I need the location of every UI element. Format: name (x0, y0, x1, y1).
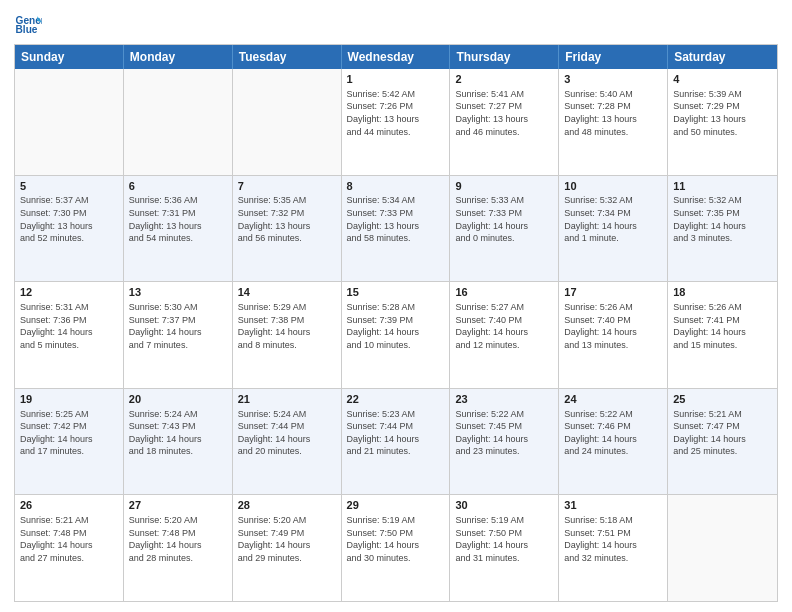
cell-info: Sunrise: 5:29 AM Sunset: 7:38 PM Dayligh… (238, 301, 336, 351)
cal-cell-18: 18Sunrise: 5:26 AM Sunset: 7:41 PM Dayli… (668, 282, 777, 388)
cal-cell-30: 30Sunrise: 5:19 AM Sunset: 7:50 PM Dayli… (450, 495, 559, 601)
calendar-row-0: 1Sunrise: 5:42 AM Sunset: 7:26 PM Daylig… (15, 69, 777, 176)
cell-info: Sunrise: 5:26 AM Sunset: 7:41 PM Dayligh… (673, 301, 772, 351)
cell-info: Sunrise: 5:19 AM Sunset: 7:50 PM Dayligh… (455, 514, 553, 564)
cell-info: Sunrise: 5:20 AM Sunset: 7:49 PM Dayligh… (238, 514, 336, 564)
cal-cell-17: 17Sunrise: 5:26 AM Sunset: 7:40 PM Dayli… (559, 282, 668, 388)
calendar-row-1: 5Sunrise: 5:37 AM Sunset: 7:30 PM Daylig… (15, 176, 777, 283)
cal-cell-3: 3Sunrise: 5:40 AM Sunset: 7:28 PM Daylig… (559, 69, 668, 175)
calendar: SundayMondayTuesdayWednesdayThursdayFrid… (14, 44, 778, 602)
cell-info: Sunrise: 5:25 AM Sunset: 7:42 PM Dayligh… (20, 408, 118, 458)
cal-cell-27: 27Sunrise: 5:20 AM Sunset: 7:48 PM Dayli… (124, 495, 233, 601)
cal-cell-28: 28Sunrise: 5:20 AM Sunset: 7:49 PM Dayli… (233, 495, 342, 601)
cell-info: Sunrise: 5:24 AM Sunset: 7:43 PM Dayligh… (129, 408, 227, 458)
cal-cell-12: 12Sunrise: 5:31 AM Sunset: 7:36 PM Dayli… (15, 282, 124, 388)
cal-cell-29: 29Sunrise: 5:19 AM Sunset: 7:50 PM Dayli… (342, 495, 451, 601)
cal-cell-10: 10Sunrise: 5:32 AM Sunset: 7:34 PM Dayli… (559, 176, 668, 282)
cell-info: Sunrise: 5:32 AM Sunset: 7:34 PM Dayligh… (564, 194, 662, 244)
header-day-sunday: Sunday (15, 45, 124, 69)
cal-cell-empty-0-0 (15, 69, 124, 175)
day-number: 31 (564, 498, 662, 513)
cal-cell-empty-0-1 (124, 69, 233, 175)
cal-cell-24: 24Sunrise: 5:22 AM Sunset: 7:46 PM Dayli… (559, 389, 668, 495)
day-number: 7 (238, 179, 336, 194)
cell-info: Sunrise: 5:19 AM Sunset: 7:50 PM Dayligh… (347, 514, 445, 564)
day-number: 12 (20, 285, 118, 300)
cal-cell-16: 16Sunrise: 5:27 AM Sunset: 7:40 PM Dayli… (450, 282, 559, 388)
cell-info: Sunrise: 5:24 AM Sunset: 7:44 PM Dayligh… (238, 408, 336, 458)
calendar-body: 1Sunrise: 5:42 AM Sunset: 7:26 PM Daylig… (15, 69, 777, 601)
cell-info: Sunrise: 5:23 AM Sunset: 7:44 PM Dayligh… (347, 408, 445, 458)
header: General Blue (14, 10, 778, 38)
cal-cell-4: 4Sunrise: 5:39 AM Sunset: 7:29 PM Daylig… (668, 69, 777, 175)
header-day-wednesday: Wednesday (342, 45, 451, 69)
day-number: 23 (455, 392, 553, 407)
cell-info: Sunrise: 5:37 AM Sunset: 7:30 PM Dayligh… (20, 194, 118, 244)
header-day-monday: Monday (124, 45, 233, 69)
cell-info: Sunrise: 5:36 AM Sunset: 7:31 PM Dayligh… (129, 194, 227, 244)
day-number: 22 (347, 392, 445, 407)
day-number: 4 (673, 72, 772, 87)
cal-cell-2: 2Sunrise: 5:41 AM Sunset: 7:27 PM Daylig… (450, 69, 559, 175)
cell-info: Sunrise: 5:27 AM Sunset: 7:40 PM Dayligh… (455, 301, 553, 351)
cal-cell-26: 26Sunrise: 5:21 AM Sunset: 7:48 PM Dayli… (15, 495, 124, 601)
cal-cell-6: 6Sunrise: 5:36 AM Sunset: 7:31 PM Daylig… (124, 176, 233, 282)
cell-info: Sunrise: 5:32 AM Sunset: 7:35 PM Dayligh… (673, 194, 772, 244)
cell-info: Sunrise: 5:41 AM Sunset: 7:27 PM Dayligh… (455, 88, 553, 138)
day-number: 3 (564, 72, 662, 87)
cal-cell-23: 23Sunrise: 5:22 AM Sunset: 7:45 PM Dayli… (450, 389, 559, 495)
cell-info: Sunrise: 5:33 AM Sunset: 7:33 PM Dayligh… (455, 194, 553, 244)
day-number: 1 (347, 72, 445, 87)
cal-cell-13: 13Sunrise: 5:30 AM Sunset: 7:37 PM Dayli… (124, 282, 233, 388)
day-number: 30 (455, 498, 553, 513)
day-number: 25 (673, 392, 772, 407)
day-number: 16 (455, 285, 553, 300)
cell-info: Sunrise: 5:39 AM Sunset: 7:29 PM Dayligh… (673, 88, 772, 138)
day-number: 6 (129, 179, 227, 194)
cal-cell-5: 5Sunrise: 5:37 AM Sunset: 7:30 PM Daylig… (15, 176, 124, 282)
page: General Blue SundayMondayTuesdayWednesda… (0, 0, 792, 612)
day-number: 5 (20, 179, 118, 194)
cal-cell-19: 19Sunrise: 5:25 AM Sunset: 7:42 PM Dayli… (15, 389, 124, 495)
day-number: 20 (129, 392, 227, 407)
calendar-header: SundayMondayTuesdayWednesdayThursdayFrid… (15, 45, 777, 69)
cell-info: Sunrise: 5:42 AM Sunset: 7:26 PM Dayligh… (347, 88, 445, 138)
logo-icon: General Blue (14, 10, 42, 38)
day-number: 26 (20, 498, 118, 513)
header-day-tuesday: Tuesday (233, 45, 342, 69)
cell-info: Sunrise: 5:40 AM Sunset: 7:28 PM Dayligh… (564, 88, 662, 138)
calendar-row-2: 12Sunrise: 5:31 AM Sunset: 7:36 PM Dayli… (15, 282, 777, 389)
svg-text:Blue: Blue (16, 24, 38, 35)
cal-cell-22: 22Sunrise: 5:23 AM Sunset: 7:44 PM Dayli… (342, 389, 451, 495)
cal-cell-20: 20Sunrise: 5:24 AM Sunset: 7:43 PM Dayli… (124, 389, 233, 495)
cell-info: Sunrise: 5:35 AM Sunset: 7:32 PM Dayligh… (238, 194, 336, 244)
header-day-saturday: Saturday (668, 45, 777, 69)
day-number: 15 (347, 285, 445, 300)
cal-cell-7: 7Sunrise: 5:35 AM Sunset: 7:32 PM Daylig… (233, 176, 342, 282)
day-number: 29 (347, 498, 445, 513)
cal-cell-31: 31Sunrise: 5:18 AM Sunset: 7:51 PM Dayli… (559, 495, 668, 601)
cell-info: Sunrise: 5:22 AM Sunset: 7:45 PM Dayligh… (455, 408, 553, 458)
cell-info: Sunrise: 5:18 AM Sunset: 7:51 PM Dayligh… (564, 514, 662, 564)
calendar-row-3: 19Sunrise: 5:25 AM Sunset: 7:42 PM Dayli… (15, 389, 777, 496)
cal-cell-11: 11Sunrise: 5:32 AM Sunset: 7:35 PM Dayli… (668, 176, 777, 282)
day-number: 19 (20, 392, 118, 407)
cal-cell-25: 25Sunrise: 5:21 AM Sunset: 7:47 PM Dayli… (668, 389, 777, 495)
cal-cell-15: 15Sunrise: 5:28 AM Sunset: 7:39 PM Dayli… (342, 282, 451, 388)
cal-cell-empty-0-2 (233, 69, 342, 175)
cell-info: Sunrise: 5:22 AM Sunset: 7:46 PM Dayligh… (564, 408, 662, 458)
cal-cell-8: 8Sunrise: 5:34 AM Sunset: 7:33 PM Daylig… (342, 176, 451, 282)
day-number: 13 (129, 285, 227, 300)
cell-info: Sunrise: 5:31 AM Sunset: 7:36 PM Dayligh… (20, 301, 118, 351)
day-number: 9 (455, 179, 553, 194)
logo: General Blue (14, 10, 46, 38)
cal-cell-14: 14Sunrise: 5:29 AM Sunset: 7:38 PM Dayli… (233, 282, 342, 388)
calendar-row-4: 26Sunrise: 5:21 AM Sunset: 7:48 PM Dayli… (15, 495, 777, 601)
cal-cell-21: 21Sunrise: 5:24 AM Sunset: 7:44 PM Dayli… (233, 389, 342, 495)
cell-info: Sunrise: 5:20 AM Sunset: 7:48 PM Dayligh… (129, 514, 227, 564)
day-number: 17 (564, 285, 662, 300)
day-number: 14 (238, 285, 336, 300)
cell-info: Sunrise: 5:28 AM Sunset: 7:39 PM Dayligh… (347, 301, 445, 351)
day-number: 2 (455, 72, 553, 87)
cal-cell-1: 1Sunrise: 5:42 AM Sunset: 7:26 PM Daylig… (342, 69, 451, 175)
